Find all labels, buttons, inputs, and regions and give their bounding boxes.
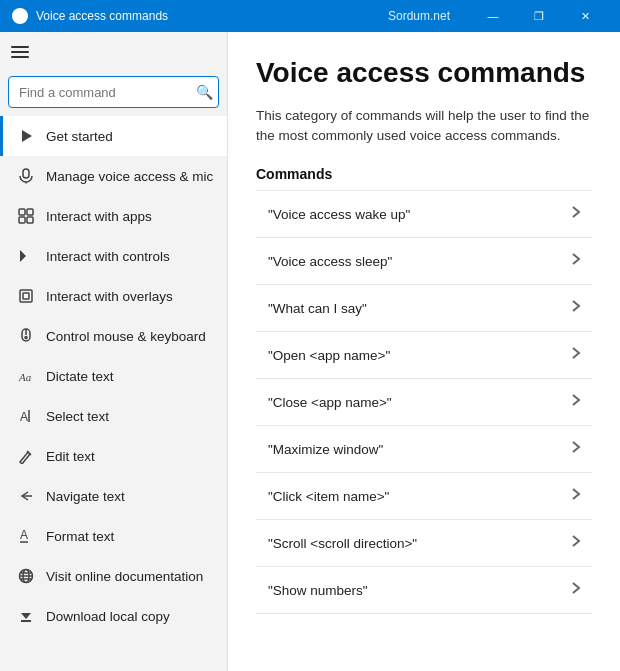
command-item[interactable]: "Voice access sleep" <box>256 238 592 285</box>
svg-rect-4 <box>27 209 33 215</box>
sidebar-item-label: Manage voice access & mic <box>46 169 213 184</box>
select-text-icon: A <box>16 406 36 426</box>
svg-rect-1 <box>23 169 29 178</box>
command-item[interactable]: "Click <item name>" <box>256 473 592 520</box>
svg-rect-5 <box>19 217 25 223</box>
chevron-right-icon <box>568 580 584 600</box>
titlebar-url: Sordum.net <box>388 9 450 23</box>
svg-rect-3 <box>19 209 25 215</box>
sidebar-item-format-text[interactable]: AFormat text <box>0 516 227 556</box>
hamburger-icon <box>11 46 29 58</box>
interact-overlays-icon <box>16 286 36 306</box>
command-label: "What can I say" <box>268 301 367 316</box>
close-button[interactable]: ✕ <box>562 0 608 32</box>
sidebar-item-label: Visit online documentation <box>46 569 203 584</box>
sidebar-item-manage-voice[interactable]: Manage voice access & mic <box>0 156 227 196</box>
sidebar-item-navigate-text[interactable]: Navigate text <box>0 476 227 516</box>
search-icon[interactable]: 🔍 <box>196 84 213 100</box>
command-item[interactable]: "Scroll <scroll direction>" <box>256 520 592 567</box>
page-title: Voice access commands <box>256 56 592 90</box>
chevron-right-icon <box>568 439 584 459</box>
svg-marker-25 <box>21 613 31 619</box>
app-container: 🔍 Get startedManage voice access & micIn… <box>0 32 620 671</box>
control-mouse-icon <box>16 326 36 346</box>
chevron-right-icon <box>568 392 584 412</box>
download-icon <box>16 606 36 626</box>
page-description: This category of commands will help the … <box>256 106 592 147</box>
sidebar-item-label: Edit text <box>46 449 95 464</box>
minimize-button[interactable]: — <box>470 0 516 32</box>
svg-point-12 <box>25 337 27 339</box>
sidebar-item-download[interactable]: Download local copy <box>0 596 227 636</box>
manage-voice-icon <box>16 166 36 186</box>
format-text-icon: A <box>16 526 36 546</box>
chevron-right-icon <box>568 345 584 365</box>
sidebar-item-interact-overlays[interactable]: Interact with overlays <box>0 276 227 316</box>
command-label: "Voice access sleep" <box>268 254 392 269</box>
command-list: "Voice access wake up""Voice access slee… <box>256 190 592 614</box>
command-item[interactable]: "Voice access wake up" <box>256 190 592 238</box>
command-item[interactable]: "Maximize window" <box>256 426 592 473</box>
sidebar-item-control-mouse[interactable]: Control mouse & keyboard <box>0 316 227 356</box>
svg-rect-8 <box>20 290 32 302</box>
sidebar: 🔍 Get startedManage voice access & micIn… <box>0 32 228 671</box>
sidebar-item-label: Dictate text <box>46 369 114 384</box>
svg-text:A: A <box>20 410 28 424</box>
chevron-right-icon <box>568 533 584 553</box>
sidebar-item-label: Interact with overlays <box>46 289 173 304</box>
command-item[interactable]: "Open <app name>" <box>256 332 592 379</box>
command-item[interactable]: "Close <app name>" <box>256 379 592 426</box>
svg-marker-0 <box>22 130 32 142</box>
svg-text:A: A <box>20 528 28 542</box>
titlebar: Voice access commands Sordum.net — ❐ ✕ <box>0 0 620 32</box>
sidebar-item-label: Select text <box>46 409 109 424</box>
command-item[interactable]: "What can I say" <box>256 285 592 332</box>
command-item[interactable]: "Show numbers" <box>256 567 592 614</box>
visit-docs-icon <box>16 566 36 586</box>
app-icon <box>12 8 28 24</box>
sidebar-item-select-text[interactable]: ASelect text <box>0 396 227 436</box>
get-started-icon <box>16 126 36 146</box>
sidebar-item-label: Control mouse & keyboard <box>46 329 206 344</box>
command-label: "Maximize window" <box>268 442 383 457</box>
sidebar-item-label: Get started <box>46 129 113 144</box>
svg-rect-26 <box>21 620 31 622</box>
sidebar-item-label: Format text <box>46 529 114 544</box>
search-box: 🔍 <box>8 76 219 108</box>
command-label: "Close <app name>" <box>268 395 392 410</box>
svg-text:Aa: Aa <box>18 371 32 383</box>
window-controls: — ❐ ✕ <box>470 0 608 32</box>
commands-heading: Commands <box>256 166 592 182</box>
interact-apps-icon <box>16 206 36 226</box>
chevron-right-icon <box>568 298 584 318</box>
svg-marker-7 <box>20 250 26 262</box>
titlebar-title: Voice access commands <box>36 9 388 23</box>
sidebar-item-interact-apps[interactable]: Interact with apps <box>0 196 227 236</box>
navigate-text-icon <box>16 486 36 506</box>
sidebar-item-visit-docs[interactable]: Visit online documentation <box>0 556 227 596</box>
dictate-text-icon: Aa <box>16 366 36 386</box>
sidebar-item-get-started[interactable]: Get started <box>0 116 227 156</box>
content-area: Voice access commands This category of c… <box>228 32 620 671</box>
command-label: "Scroll <scroll direction>" <box>268 536 417 551</box>
chevron-right-icon <box>568 486 584 506</box>
edit-text-icon <box>16 446 36 466</box>
svg-rect-9 <box>23 293 29 299</box>
hamburger-menu-button[interactable] <box>0 32 40 72</box>
command-label: "Click <item name>" <box>268 489 389 504</box>
sidebar-item-edit-text[interactable]: Edit text <box>0 436 227 476</box>
chevron-right-icon <box>568 251 584 271</box>
command-label: "Voice access wake up" <box>268 207 410 222</box>
command-label: "Open <app name>" <box>268 348 390 363</box>
sidebar-item-label: Interact with controls <box>46 249 170 264</box>
interact-controls-icon <box>16 246 36 266</box>
maximize-button[interactable]: ❐ <box>516 0 562 32</box>
svg-rect-6 <box>27 217 33 223</box>
search-input[interactable] <box>8 76 219 108</box>
sidebar-item-label: Interact with apps <box>46 209 152 224</box>
sidebar-item-label: Navigate text <box>46 489 125 504</box>
nav-list: Get startedManage voice access & micInte… <box>0 116 227 671</box>
sidebar-item-dictate-text[interactable]: AaDictate text <box>0 356 227 396</box>
sidebar-item-label: Download local copy <box>46 609 170 624</box>
sidebar-item-interact-controls[interactable]: Interact with controls <box>0 236 227 276</box>
